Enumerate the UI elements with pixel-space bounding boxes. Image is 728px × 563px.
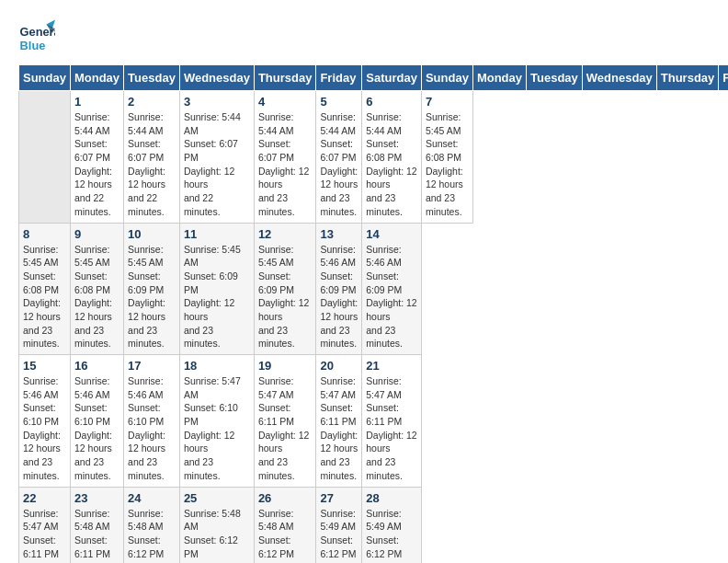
calendar-week-3: 15Sunrise: 5:46 AMSunset: 6:10 PMDayligh… bbox=[19, 355, 729, 488]
day-info: Sunrise: 5:49 AMSunset: 6:12 PMDaylight:… bbox=[366, 507, 417, 564]
calendar-cell: 21Sunrise: 5:47 AMSunset: 6:11 PMDayligh… bbox=[362, 355, 422, 488]
day-info: Sunrise: 5:45 AMSunset: 6:09 PMDaylight:… bbox=[184, 243, 250, 351]
calendar-cell: 22Sunrise: 5:47 AMSunset: 6:11 PMDayligh… bbox=[19, 487, 71, 563]
page-header: General Blue bbox=[18, 18, 710, 55]
calendar-week-1: 1Sunrise: 5:44 AMSunset: 6:07 PMDaylight… bbox=[19, 91, 729, 224]
day-info: Sunrise: 5:46 AMSunset: 6:10 PMDaylight:… bbox=[128, 374, 176, 483]
day-info: Sunrise: 5:48 AMSunset: 6:12 PMDaylight:… bbox=[258, 507, 313, 564]
logo: General Blue bbox=[18, 18, 55, 55]
day-number: 6 bbox=[366, 95, 417, 109]
day-number: 25 bbox=[184, 491, 250, 505]
day-info: Sunrise: 5:46 AMSunset: 6:10 PMDaylight:… bbox=[74, 374, 119, 483]
day-number: 21 bbox=[366, 359, 417, 373]
day-number: 9 bbox=[74, 227, 119, 241]
day-number: 10 bbox=[128, 227, 176, 241]
calendar-week-2: 8Sunrise: 5:45 AMSunset: 6:08 PMDaylight… bbox=[19, 223, 729, 355]
day-info: Sunrise: 5:48 AMSunset: 6:12 PMDaylight:… bbox=[184, 507, 250, 564]
day-number: 17 bbox=[128, 359, 176, 373]
day-info: Sunrise: 5:49 AMSunset: 6:12 PMDaylight:… bbox=[320, 507, 358, 564]
day-number: 11 bbox=[184, 227, 250, 241]
header-day-wednesday: Wednesday bbox=[582, 65, 656, 91]
calendar-cell: 4Sunrise: 5:44 AMSunset: 6:07 PMDaylight… bbox=[254, 91, 316, 224]
calendar-cell: 14Sunrise: 5:46 AMSunset: 6:09 PMDayligh… bbox=[362, 223, 422, 355]
day-number: 7 bbox=[426, 95, 469, 109]
calendar-cell: 7Sunrise: 5:45 AMSunset: 6:08 PMDaylight… bbox=[421, 91, 472, 224]
day-number: 12 bbox=[258, 227, 313, 241]
header-thursday: Thursday bbox=[254, 65, 316, 91]
day-info: Sunrise: 5:44 AMSunset: 6:07 PMDaylight:… bbox=[258, 110, 313, 219]
calendar-cell: 6Sunrise: 5:44 AMSunset: 6:08 PMDaylight… bbox=[362, 91, 422, 224]
calendar-cell: 24Sunrise: 5:48 AMSunset: 6:12 PMDayligh… bbox=[124, 487, 180, 563]
calendar-cell: 20Sunrise: 5:47 AMSunset: 6:11 PMDayligh… bbox=[316, 355, 362, 488]
day-info: Sunrise: 5:46 AMSunset: 6:09 PMDaylight:… bbox=[366, 243, 417, 351]
day-number: 1 bbox=[74, 95, 119, 109]
day-info: Sunrise: 5:45 AMSunset: 6:08 PMDaylight:… bbox=[426, 110, 469, 219]
calendar-cell: 25Sunrise: 5:48 AMSunset: 6:12 PMDayligh… bbox=[179, 487, 254, 563]
day-info: Sunrise: 5:48 AMSunset: 6:12 PMDaylight:… bbox=[128, 507, 176, 564]
day-number: 24 bbox=[128, 491, 176, 505]
calendar-cell: 3Sunrise: 5:44 AMSunset: 6:07 PMDaylight… bbox=[179, 91, 254, 224]
day-number: 27 bbox=[320, 491, 358, 505]
calendar-cell: 12Sunrise: 5:45 AMSunset: 6:09 PMDayligh… bbox=[254, 223, 316, 355]
calendar-table: SundayMondayTuesdayWednesdayThursdayFrid… bbox=[18, 64, 728, 563]
day-info: Sunrise: 5:45 AMSunset: 6:09 PMDaylight:… bbox=[128, 243, 176, 351]
day-info: Sunrise: 5:47 AMSunset: 6:11 PMDaylight:… bbox=[258, 374, 313, 483]
day-info: Sunrise: 5:47 AMSunset: 6:11 PMDaylight:… bbox=[320, 374, 358, 483]
day-info: Sunrise: 5:45 AMSunset: 6:08 PMDaylight:… bbox=[74, 243, 119, 351]
day-info: Sunrise: 5:44 AMSunset: 6:07 PMDaylight:… bbox=[74, 110, 119, 219]
calendar-week-4: 22Sunrise: 5:47 AMSunset: 6:11 PMDayligh… bbox=[19, 487, 729, 563]
day-number: 2 bbox=[128, 95, 176, 109]
calendar-cell: 8Sunrise: 5:45 AMSunset: 6:08 PMDaylight… bbox=[19, 223, 71, 355]
day-number: 16 bbox=[74, 359, 119, 373]
day-info: Sunrise: 5:46 AMSunset: 6:10 PMDaylight:… bbox=[23, 374, 66, 483]
day-info: Sunrise: 5:46 AMSunset: 6:09 PMDaylight:… bbox=[320, 243, 358, 351]
day-info: Sunrise: 5:48 AMSunset: 6:11 PMDaylight:… bbox=[74, 507, 119, 564]
day-number: 15 bbox=[23, 359, 66, 373]
header-day-friday: Friday bbox=[719, 65, 728, 91]
calendar-cell: 9Sunrise: 5:45 AMSunset: 6:08 PMDaylight… bbox=[70, 223, 123, 355]
header-monday: Monday bbox=[70, 65, 123, 91]
header-sunday: Sunday bbox=[19, 65, 71, 91]
day-number: 28 bbox=[366, 491, 417, 505]
calendar-cell: 10Sunrise: 5:45 AMSunset: 6:09 PMDayligh… bbox=[124, 223, 180, 355]
calendar-cell: 15Sunrise: 5:46 AMSunset: 6:10 PMDayligh… bbox=[19, 355, 71, 488]
calendar-cell: 16Sunrise: 5:46 AMSunset: 6:10 PMDayligh… bbox=[70, 355, 123, 488]
day-info: Sunrise: 5:45 AMSunset: 6:09 PMDaylight:… bbox=[258, 243, 313, 351]
day-number: 4 bbox=[258, 95, 313, 109]
header-day-monday: Monday bbox=[472, 65, 526, 91]
day-number: 5 bbox=[320, 95, 358, 109]
day-number: 26 bbox=[258, 491, 313, 505]
calendar-cell: 11Sunrise: 5:45 AMSunset: 6:09 PMDayligh… bbox=[179, 223, 254, 355]
day-number: 23 bbox=[74, 491, 119, 505]
day-number: 22 bbox=[23, 491, 66, 505]
day-number: 14 bbox=[366, 227, 417, 241]
day-info: Sunrise: 5:44 AMSunset: 6:07 PMDaylight:… bbox=[128, 110, 176, 219]
calendar-cell bbox=[19, 91, 71, 224]
day-info: Sunrise: 5:47 AMSunset: 6:11 PMDaylight:… bbox=[366, 374, 417, 483]
day-info: Sunrise: 5:45 AMSunset: 6:08 PMDaylight:… bbox=[23, 243, 66, 351]
header-tuesday: Tuesday bbox=[124, 65, 180, 91]
header-saturday: Saturday bbox=[362, 65, 422, 91]
day-number: 8 bbox=[23, 227, 66, 241]
logo-icon: General Blue bbox=[18, 18, 55, 55]
day-number: 19 bbox=[258, 359, 313, 373]
day-info: Sunrise: 5:44 AMSunset: 6:07 PMDaylight:… bbox=[184, 110, 250, 219]
calendar-cell: 28Sunrise: 5:49 AMSunset: 6:12 PMDayligh… bbox=[362, 487, 422, 563]
header-friday: Friday bbox=[316, 65, 362, 91]
day-number: 3 bbox=[184, 95, 250, 109]
day-number: 18 bbox=[184, 359, 250, 373]
day-number: 20 bbox=[320, 359, 358, 373]
day-info: Sunrise: 5:44 AMSunset: 6:08 PMDaylight:… bbox=[366, 110, 417, 219]
calendar-cell: 5Sunrise: 5:44 AMSunset: 6:07 PMDaylight… bbox=[316, 91, 362, 224]
calendar-header-row: SundayMondayTuesdayWednesdayThursdayFrid… bbox=[19, 65, 729, 91]
calendar-cell: 27Sunrise: 5:49 AMSunset: 6:12 PMDayligh… bbox=[316, 487, 362, 563]
day-info: Sunrise: 5:47 AMSunset: 6:10 PMDaylight:… bbox=[184, 374, 250, 483]
day-info: Sunrise: 5:47 AMSunset: 6:11 PMDaylight:… bbox=[23, 507, 66, 564]
header-wednesday: Wednesday bbox=[179, 65, 254, 91]
calendar-cell: 17Sunrise: 5:46 AMSunset: 6:10 PMDayligh… bbox=[124, 355, 180, 488]
header-day-thursday: Thursday bbox=[656, 65, 719, 91]
header-day-sunday: Sunday bbox=[421, 65, 472, 91]
calendar-cell: 19Sunrise: 5:47 AMSunset: 6:11 PMDayligh… bbox=[254, 355, 316, 488]
day-info: Sunrise: 5:44 AMSunset: 6:07 PMDaylight:… bbox=[320, 110, 358, 219]
calendar-cell: 2Sunrise: 5:44 AMSunset: 6:07 PMDaylight… bbox=[124, 91, 180, 224]
